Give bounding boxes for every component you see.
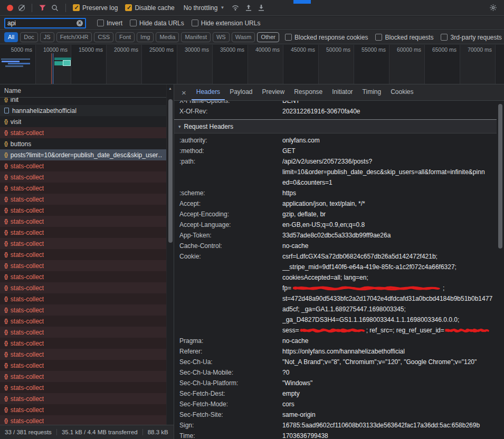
devtools-network-panel: Preserve log Disable cache No throttling… — [0, 0, 504, 439]
request-row[interactable]: {}visit — [0, 116, 166, 127]
type-filter-doc[interactable]: Doc — [20, 32, 38, 42]
scrollbar-thumb[interactable] — [498, 104, 502, 249]
request-row[interactable]: {}stats-collect — [0, 194, 166, 205]
request-headers-section-header[interactable]: ▾ Request Headers — [174, 120, 497, 133]
type-filter-all[interactable]: All — [4, 32, 18, 42]
search-button[interactable] — [51, 4, 59, 12]
blocked-requests-box[interactable] — [375, 34, 382, 41]
request-row[interactable]: {}stats-collect — [0, 205, 166, 216]
tab-response[interactable]: Response — [289, 84, 327, 100]
request-row[interactable]: {}stats-collect — [0, 404, 166, 415]
request-row[interactable]: {}stats-collect — [0, 393, 166, 404]
record-button[interactable] — [7, 5, 13, 11]
disable-cache-box[interactable] — [125, 4, 132, 11]
network-conditions-button[interactable] — [231, 5, 240, 11]
header-value: no-cache — [282, 336, 497, 346]
request-row[interactable]: {}buttons — [0, 138, 166, 149]
type-filter-fetch-xhr[interactable]: Fetch/XHR — [56, 32, 92, 42]
header-value: GET — [282, 146, 497, 156]
type-filter-img[interactable]: Img — [137, 32, 154, 42]
scrollbar-thumb[interactable] — [168, 99, 173, 243]
request-row[interactable]: {}stats-collect — [0, 349, 166, 360]
request-row[interactable]: {}stats-collect — [0, 271, 166, 282]
request-row[interactable]: {}stats-collect — [0, 171, 166, 183]
type-filter-css[interactable]: CSS — [94, 32, 113, 42]
tab-preview[interactable]: Preview — [258, 84, 290, 100]
request-row[interactable]: {}stats-collect — [0, 238, 166, 249]
blocked-response-cookies-checkbox[interactable]: Blocked response cookies — [285, 34, 368, 41]
request-row[interactable]: {}posts?limit=10&order=publish_date_desc… — [0, 149, 166, 160]
close-details-button[interactable]: × — [176, 88, 192, 97]
throttling-select[interactable]: No throttling ▼ — [184, 4, 225, 12]
request-row[interactable]: {}stats-collect — [0, 127, 166, 138]
tab-payload[interactable]: Payload — [225, 84, 257, 100]
type-filter-media[interactable]: Media — [156, 32, 179, 42]
request-row[interactable]: {}stats-collect — [0, 360, 166, 371]
request-row[interactable]: {}stats-collect — [0, 316, 166, 327]
request-row[interactable]: {}stats-collect — [0, 216, 166, 227]
invert-checkbox[interactable]: Invert — [97, 20, 122, 27]
details-scrollbar[interactable] — [497, 101, 504, 439]
request-row[interactable]: {}stats-collect — [0, 293, 166, 304]
request-row[interactable]: {}stats-collect — [0, 282, 166, 293]
settings-button[interactable] — [489, 4, 497, 12]
clear-network-log-button[interactable] — [18, 5, 25, 11]
request-name: stats-collect — [11, 129, 44, 137]
request-row[interactable]: {}stats-collect — [0, 338, 166, 349]
type-filter-font[interactable]: Font — [116, 32, 135, 42]
request-row[interactable]: {}stats-collect — [0, 160, 166, 171]
request-row[interactable]: {}stats-collect — [0, 415, 166, 425]
blocked-requests-checkbox[interactable]: Blocked requests — [375, 34, 433, 41]
filter-toggle-button[interactable] — [39, 5, 46, 11]
tab-initiator[interactable]: Initiator — [327, 84, 357, 100]
request-headers-list: :authority:onlyfans.com:method:GET:path:… — [174, 135, 497, 439]
header-value: en-GB,en-US;q=0.9,en;q=0.8 — [282, 219, 497, 230]
tab-headers[interactable]: Headers — [192, 84, 225, 100]
network-toolbar: Preserve log Disable cache No throttling… — [0, 0, 504, 16]
hide-data-urls-checkbox[interactable]: Hide data URLs — [130, 20, 184, 27]
request-row[interactable]: {}stats-collect — [0, 371, 166, 382]
preserve-log-box[interactable] — [73, 4, 80, 11]
request-row[interactable]: {}stats-collect — [0, 304, 166, 316]
request-row[interactable]: {}stats-collect — [0, 327, 166, 338]
request-row[interactable]: hannahelizabethofficial — [0, 105, 166, 116]
type-filter-other[interactable]: Other — [257, 32, 279, 42]
request-row[interactable]: {}init — [0, 98, 166, 105]
hide-extension-urls-box[interactable] — [192, 20, 198, 26]
import-har-button[interactable] — [245, 4, 252, 12]
request-row[interactable]: {}stats-collect — [0, 260, 166, 271]
request-row[interactable]: {}stats-collect — [0, 249, 166, 260]
filter-input[interactable] — [7, 20, 77, 27]
third-party-requests-checkbox[interactable]: 3rd-party requests — [441, 34, 501, 41]
hide-data-urls-box[interactable] — [130, 20, 137, 26]
tab-timing[interactable]: Timing — [358, 84, 386, 100]
name-column-header[interactable]: Name — [0, 84, 174, 98]
redaction-scribble — [445, 327, 490, 333]
type-filter-js[interactable]: JS — [40, 32, 54, 42]
preserve-log-checkbox[interactable]: Preserve log — [73, 4, 118, 12]
header-row: :method:GET — [174, 146, 497, 156]
request-row[interactable]: {}stats-collect — [0, 382, 166, 393]
hide-extension-urls-checkbox[interactable]: Hide extension URLs — [192, 20, 261, 27]
record-icon — [7, 5, 13, 11]
disable-cache-checkbox[interactable]: Disable cache — [125, 4, 174, 12]
request-name: stats-collect — [11, 340, 44, 347]
tab-cookies[interactable]: Cookies — [386, 84, 418, 100]
invert-box[interactable] — [97, 20, 104, 26]
request-list-scrollbar[interactable]: ▲ — [166, 84, 174, 425]
clear-filter-icon[interactable]: × — [77, 20, 83, 26]
request-row[interactable]: {}stats-collect — [0, 183, 166, 194]
script-icon: {} — [4, 385, 7, 390]
blocked-response-cookies-box[interactable] — [285, 34, 292, 41]
timeline-activity — [5, 65, 17, 67]
timeline-overview[interactable]: 5000 ms10000 ms15000 ms20000 ms25000 ms3… — [0, 45, 504, 84]
scroll-up-icon[interactable]: ▲ — [167, 84, 174, 90]
request-row[interactable]: {}stats-collect — [0, 227, 166, 238]
third-party-requests-box[interactable] — [441, 34, 448, 41]
type-filter-ws[interactable]: WS — [213, 32, 230, 42]
type-filter-wasm[interactable]: Wasm — [232, 32, 255, 42]
export-har-button[interactable] — [258, 4, 265, 12]
type-filter-manifest[interactable]: Manifest — [181, 32, 211, 42]
header-row: Time:1703636799438 — [174, 431, 497, 439]
header-value: /api2/v2/users/20572336/posts?limit=10&o… — [282, 156, 497, 188]
